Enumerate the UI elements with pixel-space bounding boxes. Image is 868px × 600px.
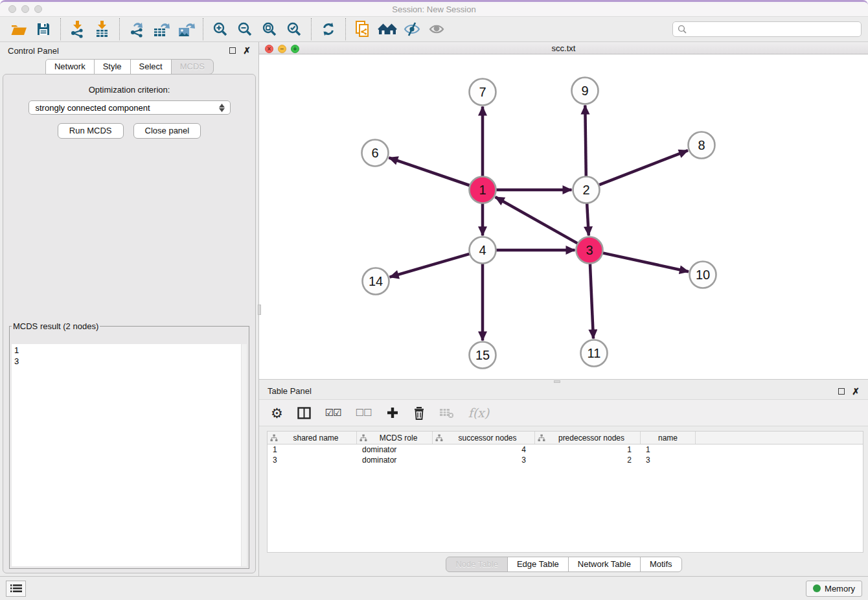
tab-network-table[interactable]: Network Table	[568, 557, 641, 572]
tab-motifs[interactable]: Motifs	[640, 557, 682, 572]
vertical-splitter-handle[interactable]	[258, 305, 261, 315]
result-scrollbar[interactable]	[241, 344, 247, 566]
table-row[interactable]: 1dominator411	[268, 444, 863, 455]
horizontal-splitter[interactable]	[259, 379, 868, 383]
float-table-panel-icon[interactable]	[838, 388, 845, 395]
zoom-out-button[interactable]	[233, 18, 257, 40]
node-label: 10	[696, 268, 710, 282]
graph-node-2[interactable]: 2	[573, 177, 600, 203]
node-label: 3	[586, 243, 593, 257]
column-tree-icon	[435, 434, 443, 442]
graph-node-15[interactable]: 15	[470, 342, 496, 369]
criterion-dropdown[interactable]: strongly connected component	[29, 100, 231, 115]
split-view-button[interactable]	[297, 407, 311, 419]
graph-node-11[interactable]: 11	[581, 340, 608, 367]
graph-node-7[interactable]: 7	[470, 79, 496, 106]
edge-3-to-10[interactable]	[601, 253, 689, 271]
tab-edge-table[interactable]: Edge Table	[507, 557, 569, 572]
float-panel-icon[interactable]	[229, 47, 236, 54]
table-cell: 1	[268, 444, 357, 455]
network-close-button[interactable]: ×	[265, 45, 273, 53]
network-minimize-button[interactable]: −	[278, 45, 286, 53]
graph-node-8[interactable]: 8	[689, 132, 715, 159]
graph-node-4[interactable]: 4	[470, 237, 496, 264]
table-body: 1dominator4113dominator323	[268, 444, 863, 465]
tab-style[interactable]: Style	[94, 59, 131, 75]
tab-mcds[interactable]: MCDS	[171, 59, 214, 75]
memory-button[interactable]: Memory	[806, 581, 862, 597]
zoom-fit-button[interactable]	[257, 18, 282, 40]
network-graph[interactable]: 7968124314101511	[259, 54, 864, 376]
node-label: 9	[581, 84, 588, 98]
zoom-in-button[interactable]	[208, 18, 233, 40]
maximize-window-button[interactable]	[34, 5, 42, 13]
open-session-button[interactable]	[6, 18, 31, 40]
apply-layout-button[interactable]	[316, 18, 341, 40]
column-header[interactable]: successor nodes	[433, 432, 535, 444]
clone-network-button[interactable]	[350, 18, 375, 40]
search-field[interactable]	[672, 21, 862, 37]
control-panel-title: Control Panel	[8, 46, 59, 56]
close-panel-icon[interactable]: ✗	[243, 47, 251, 54]
column-header[interactable]: MCDS role	[357, 432, 433, 444]
column-header[interactable]: shared name	[268, 432, 357, 444]
edge-3-to-1[interactable]	[496, 197, 579, 244]
save-session-button[interactable]	[31, 18, 56, 40]
table-settings-button[interactable]: ⚙	[271, 406, 283, 420]
column-header-label: MCDS role	[367, 433, 429, 443]
add-column-button[interactable]	[386, 406, 399, 419]
export-network-button[interactable]	[124, 18, 149, 40]
hide-panels-button[interactable]	[400, 18, 424, 40]
network-maximize-button[interactable]: +	[291, 45, 299, 53]
delete-table-button[interactable]	[439, 408, 454, 419]
select-all-button[interactable]: ☑☑	[325, 407, 341, 419]
edge-1-to-6[interactable]	[389, 157, 471, 186]
edge-3-to-11[interactable]	[590, 262, 593, 339]
function-builder-button[interactable]: f(x)	[468, 406, 490, 420]
graph-node-3[interactable]: 3	[577, 237, 603, 264]
show-panels-button[interactable]	[424, 18, 449, 40]
graph-node-10[interactable]: 10	[690, 262, 716, 288]
network-canvas[interactable]: 7968124314101511	[259, 54, 868, 379]
column-header[interactable]: name	[641, 432, 696, 444]
mcds-result-text[interactable]: 1 3	[12, 344, 247, 566]
tab-network[interactable]: Network	[45, 59, 95, 75]
close-panel-button[interactable]: Close panel	[133, 123, 201, 139]
table-cell: 4	[433, 444, 535, 455]
import-network-button[interactable]	[65, 18, 90, 40]
delete-column-button[interactable]	[413, 406, 425, 420]
run-mcds-button[interactable]: Run MCDS	[58, 123, 124, 139]
home-button[interactable]	[375, 18, 400, 40]
deselect-all-button[interactable]: ☐☐	[356, 407, 372, 419]
export-image-button[interactable]	[174, 18, 198, 40]
edge-2-to-3[interactable]	[587, 202, 589, 236]
import-table-button[interactable]	[90, 18, 115, 40]
column-tree-icon	[270, 434, 278, 442]
graph-node-6[interactable]: 6	[362, 140, 389, 167]
node-label: 2	[582, 183, 589, 197]
table-cell: 1	[641, 444, 696, 455]
clone-network-icon	[354, 20, 371, 38]
column-header[interactable]: predecessor nodes	[535, 432, 641, 444]
edge-4-to-14[interactable]	[390, 253, 472, 277]
tab-select[interactable]: Select	[130, 59, 172, 75]
column-header-label: name	[643, 433, 692, 443]
column-header-label: shared name	[278, 433, 354, 443]
export-table-button[interactable]	[149, 18, 174, 40]
tab-node-table[interactable]: Node Table	[446, 557, 508, 572]
close-table-panel-icon[interactable]: ✗	[852, 388, 860, 395]
graph-node-1[interactable]: 1	[470, 177, 496, 203]
horizontal-splitter-handle[interactable]	[554, 380, 560, 383]
minimize-window-button[interactable]	[21, 5, 29, 13]
close-window-button[interactable]	[8, 5, 16, 13]
edge-2-to-9[interactable]	[585, 106, 586, 178]
search-input[interactable]	[690, 24, 856, 35]
table-row[interactable]: 3dominator323	[268, 455, 863, 465]
graph-node-14[interactable]: 14	[363, 268, 389, 295]
task-history-button[interactable]	[6, 581, 26, 597]
edge-2-to-8[interactable]	[597, 150, 688, 185]
control-panel-tabs: Network Style Select MCDS	[0, 59, 258, 75]
search-icon	[678, 25, 687, 34]
graph-node-9[interactable]: 9	[572, 78, 599, 104]
zoom-selected-button[interactable]	[282, 18, 306, 40]
